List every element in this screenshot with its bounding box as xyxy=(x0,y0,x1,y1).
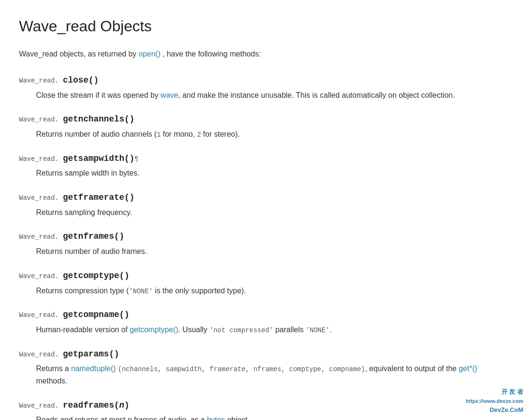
method-name-getnframes: getnframes() xyxy=(63,232,124,241)
intro-text-after: , have the following methods: xyxy=(163,50,261,58)
method-signature-readframes: Wave_read. readframes(n) xyxy=(19,399,509,412)
method-signature-close: Wave_read. close() xyxy=(19,74,509,87)
method-name-close: close() xyxy=(63,75,99,85)
method-prefix-readframes: Wave_read. xyxy=(19,402,63,410)
method-desc-getnchannels: Returns number of audio channels (1 for … xyxy=(19,128,509,140)
method-signature-getparams: Wave_read. getparams() xyxy=(19,347,509,361)
method-signature-getcomptype: Wave_read. getcomptype() xyxy=(19,269,509,283)
method-desc-close: Close the stream if it was opened by wav… xyxy=(19,89,509,102)
method-name-getnchannels: getnchannels() xyxy=(63,114,134,124)
method-prefix-getcompname: Wave_read. xyxy=(19,311,63,319)
intro-text-before: Wave_read objects, as returned by xyxy=(19,50,137,58)
intro-paragraph: Wave_read objects, as returned by open()… xyxy=(19,48,509,60)
desc-link-readframes[interactable]: bytes xyxy=(207,416,225,420)
pilcrow-icon-getsampwidth[interactable]: ¶ xyxy=(135,155,139,162)
method-block-getparams: Wave_read. getparams()Returns a namedtup… xyxy=(19,347,509,387)
method-block-getnframes: Wave_read. getnframes()Returns number of… xyxy=(19,230,509,257)
method-block-close: Wave_read. close()Close the stream if it… xyxy=(19,74,509,101)
method-block-getcompname: Wave_read. getcompname()Human-readable v… xyxy=(19,308,509,336)
desc-link-getparams[interactable]: namedtuple() xyxy=(71,364,116,373)
desc-code-getnchannels: 1 xyxy=(157,131,160,139)
method-name-getparams: getparams() xyxy=(63,349,119,359)
method-name-readframes: readframes(n) xyxy=(63,401,129,410)
method-signature-getnchannels: Wave_read. getnchannels() xyxy=(19,112,509,126)
method-block-readframes: Wave_read. readframes(n)Reads and return… xyxy=(19,399,509,420)
desc-link-getparams[interactable]: get*() xyxy=(459,364,477,373)
method-name-getcomptype: getcomptype() xyxy=(63,271,129,280)
method-prefix-getframerate: Wave_read. xyxy=(19,194,63,202)
method-block-getcomptype: Wave_read. getcomptype()Returns compress… xyxy=(19,269,509,297)
open-link[interactable]: open() xyxy=(139,50,160,58)
desc-code-getnchannels: 2 xyxy=(197,131,201,139)
method-name-getcompname: getcompname() xyxy=(63,310,129,319)
page-title: Wave_read Objects xyxy=(19,14,509,38)
desc-code-string-getcompname: 'NONE' xyxy=(306,327,329,334)
method-desc-getparams: Returns a namedtuple() (nchannels, sampw… xyxy=(19,363,509,387)
methods-container: Wave_read. close()Close the stream if it… xyxy=(19,74,509,420)
method-block-getnchannels: Wave_read. getnchannels()Returns number … xyxy=(19,112,509,140)
method-prefix-getparams: Wave_read. xyxy=(19,351,63,358)
desc-link-close[interactable]: wave xyxy=(160,91,178,99)
method-prefix-getsampwidth: Wave_read. xyxy=(19,155,63,163)
desc-code-getparams: (nchannels, sampwidth, framerate, nframe… xyxy=(118,365,365,373)
method-signature-getsampwidth: Wave_read. getsampwidth()¶ xyxy=(19,152,509,166)
method-block-getframerate: Wave_read. getframerate()Returns samplin… xyxy=(19,191,509,218)
method-desc-getcompname: Human-readable version of getcomptype().… xyxy=(19,324,509,336)
method-signature-getnframes: Wave_read. getnframes() xyxy=(19,230,509,243)
method-desc-getsampwidth: Returns sample width in bytes. xyxy=(19,167,509,179)
method-desc-readframes: Reads and returns at most n frames of au… xyxy=(19,414,509,420)
method-desc-getcomptype: Returns compression type ('NONE' is the … xyxy=(19,285,509,297)
desc-code-string-getcompname: 'not compressed' xyxy=(210,327,273,334)
method-signature-getframerate: Wave_read. getframerate() xyxy=(19,191,509,205)
method-desc-getframerate: Returns sampling frequency. xyxy=(19,206,509,219)
desc-italic-readframes: n xyxy=(128,416,132,420)
method-prefix-getcomptype: Wave_read. xyxy=(19,272,63,280)
method-name-getsampwidth: getsampwidth() xyxy=(63,154,134,163)
method-name-getframerate: getframerate() xyxy=(63,193,134,202)
method-prefix-close: Wave_read. xyxy=(19,77,63,84)
method-signature-getcompname: Wave_read. getcompname() xyxy=(19,308,509,322)
desc-link-getcompname[interactable]: getcomptype() xyxy=(130,326,178,334)
method-desc-getnframes: Returns number of audio frames. xyxy=(19,245,509,258)
desc-code-string-getcomptype: 'NONE' xyxy=(129,288,153,295)
method-prefix-getnframes: Wave_read. xyxy=(19,233,63,241)
method-prefix-getnchannels: Wave_read. xyxy=(19,116,63,123)
method-block-getsampwidth: Wave_read. getsampwidth()¶Returns sample… xyxy=(19,152,509,179)
